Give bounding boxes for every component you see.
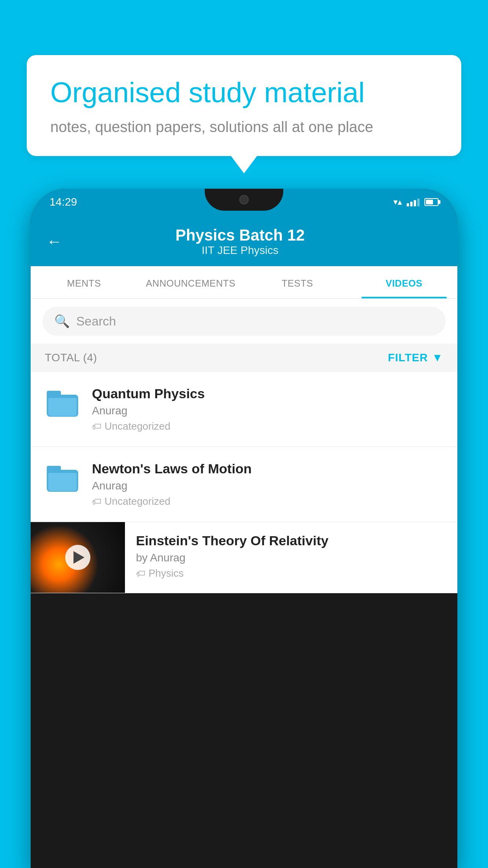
tab-tests[interactable]: TESTS [244,266,351,298]
list-item[interactable]: Newton's Laws of Motion Anurag 🏷 Uncateg… [31,447,457,522]
header-title-area: Physics Batch 12 IIT JEE Physics [74,226,406,257]
tag-icon: 🏷 [92,496,101,507]
video-title: Quantum Physics [92,386,443,401]
filter-button[interactable]: FILTER ▼ [388,351,443,364]
battery-fill [426,200,433,204]
video-author: Anurag [92,405,443,417]
phone-container: 14:29 ▾▴ ← Physics Batch 12 IIT JEE Phys [31,189,457,868]
tab-videos[interactable]: VIDEOS [351,266,458,298]
video-info: Quantum Physics Anurag 🏷 Uncategorized [92,386,443,432]
list-item[interactable]: Einstein's Theory Of Relativity by Anura… [31,522,457,593]
header-title: Physics Batch 12 [74,226,406,244]
phone-frame: 14:29 ▾▴ ← Physics Batch 12 IIT JEE Phys [31,189,457,868]
total-label: TOTAL (4) [45,351,97,364]
search-bar[interactable]: 🔍 Search [42,307,446,336]
filter-label: FILTER [388,351,428,364]
status-time: 14:29 [50,196,77,208]
signal-bar-4 [417,199,420,206]
total-bar: TOTAL (4) FILTER ▼ [31,344,457,372]
signal-bar-3 [414,200,416,206]
video-title: Einstein's Theory Of Relativity [136,533,446,548]
folder-icon [47,391,78,417]
tab-announcements[interactable]: ANNOUNCEMENTS [138,266,244,298]
header-subtitle: IIT JEE Physics [74,244,406,257]
wifi-icon: ▾▴ [393,197,402,207]
folder-tab [47,466,61,473]
search-placeholder: Search [76,314,116,329]
folder-front [48,398,77,416]
camera-dot [239,195,249,204]
video-tag: 🏷 Uncategorized [92,495,443,508]
video-info: Einstein's Theory Of Relativity by Anura… [125,522,457,590]
signal-bar-1 [407,203,409,206]
video-tag: 🏷 Uncategorized [92,420,443,432]
notch [205,189,283,211]
speech-bubble: Organised study material notes, question… [27,55,461,156]
status-bar: 14:29 ▾▴ [31,189,457,215]
tag-text: Uncategorized [105,495,171,508]
battery-icon [424,198,438,206]
list-item[interactable]: Quantum Physics Anurag 🏷 Uncategorized [31,372,457,447]
back-button[interactable]: ← [46,233,62,250]
play-button[interactable] [65,545,90,570]
video-thumbnail [31,522,125,593]
speech-bubble-container: Organised study material notes, question… [27,55,461,156]
tabs-container: MENTS ANNOUNCEMENTS TESTS VIDEOS [31,266,457,299]
video-author: by Anurag [136,552,446,564]
tag-text: Physics [149,567,184,579]
video-tag: 🏷 Physics [136,567,446,579]
search-bar-container: 🔍 Search [31,299,457,344]
status-icons: ▾▴ [393,197,438,207]
folder-icon-wrap [45,386,80,421]
video-list: Quantum Physics Anurag 🏷 Uncategorized [31,372,457,593]
folder-icon [47,466,78,492]
signal-bars [407,198,420,206]
video-author: Anurag [92,480,443,492]
speech-bubble-title: Organised study material [50,75,438,109]
app-header: ← Physics Batch 12 IIT JEE Physics [31,215,457,266]
filter-icon: ▼ [432,351,443,364]
speech-bubble-subtitle: notes, question papers, solutions all at… [50,119,438,136]
video-title: Newton's Laws of Motion [92,461,443,476]
folder-tab [47,391,61,398]
tab-ments[interactable]: MENTS [31,266,138,298]
folder-icon-wrap [45,461,80,497]
play-icon [73,551,84,564]
search-icon: 🔍 [54,314,70,329]
signal-bar-2 [410,202,413,206]
tag-icon: 🏷 [136,568,145,579]
video-info: Newton's Laws of Motion Anurag 🏷 Uncateg… [92,461,443,508]
folder-front [48,473,77,491]
tag-icon: 🏷 [92,421,101,432]
tag-text: Uncategorized [105,420,171,432]
